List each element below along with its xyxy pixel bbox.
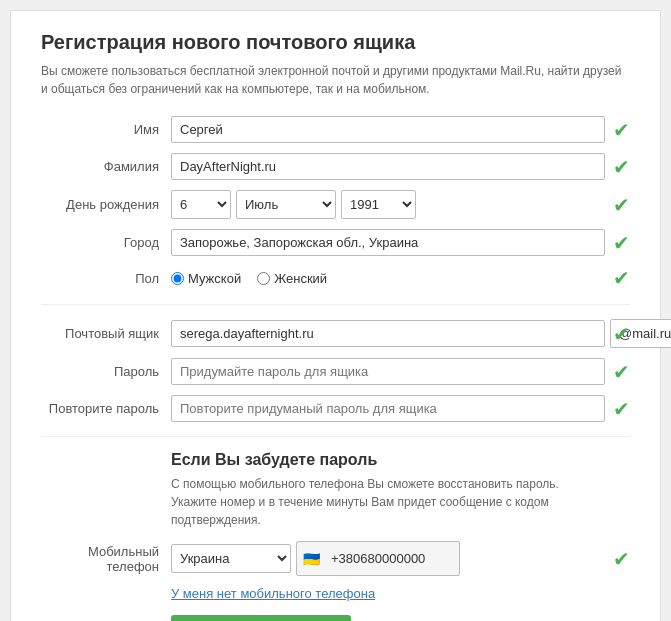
- city-label: Город: [41, 235, 171, 250]
- city-input[interactable]: [171, 229, 605, 256]
- dob-row: День рождения 6 Июль 1991 ✔: [41, 190, 630, 219]
- gender-male-radio[interactable]: [171, 272, 184, 285]
- phone-control: Украина Россия Беларусь Казахстан 🇺🇦: [171, 541, 605, 576]
- no-phone-link[interactable]: У меня нет мобильного телефона: [171, 586, 630, 601]
- confirm-password-check-icon: ✔: [613, 397, 630, 421]
- gender-label: Пол: [41, 271, 171, 286]
- gender-radio-group: Мужской Женский: [171, 271, 327, 286]
- last-name-label: Фамилия: [41, 159, 171, 174]
- divider-1: [41, 304, 630, 305]
- dob-check-icon: ✔: [613, 193, 630, 217]
- page-subtitle: Вы сможете пользоваться бесплатной элект…: [41, 62, 630, 98]
- password-control: [171, 358, 605, 385]
- last-name-control: [171, 153, 605, 180]
- confirm-password-control: [171, 395, 605, 422]
- phone-check-icon: ✔: [613, 547, 630, 571]
- confirm-password-label: Повторите пароль: [41, 401, 171, 416]
- page-title: Регистрация нового почтового ящика: [41, 31, 630, 54]
- password-recovery-section: Если Вы забудете пароль С помощью мобиль…: [171, 451, 630, 529]
- city-row: Город ✔: [41, 229, 630, 256]
- phone-input[interactable]: [323, 546, 453, 571]
- gender-female-radio[interactable]: [257, 272, 270, 285]
- email-control: @mail.ru @inbox.ru @list.ru @bk.ru: [171, 319, 605, 348]
- gender-row: Пол Мужской Женский ✔: [41, 266, 630, 290]
- gender-male-text: Мужской: [188, 271, 241, 286]
- last-name-row: Фамилия ✔: [41, 153, 630, 180]
- dob-day-select[interactable]: 6: [171, 190, 231, 219]
- city-control: [171, 229, 605, 256]
- recovery-title: Если Вы забудете пароль: [171, 451, 630, 469]
- divider-2: [41, 436, 630, 437]
- phone-country-select[interactable]: Украина Россия Беларусь Казахстан: [171, 544, 291, 573]
- first-name-input[interactable]: [171, 116, 605, 143]
- dob-year-select[interactable]: 1991: [341, 190, 416, 219]
- confirm-password-row: Повторите пароль ✔: [41, 395, 630, 422]
- phone-flag-container: 🇺🇦: [296, 541, 460, 576]
- password-label: Пароль: [41, 364, 171, 379]
- first-name-row: Имя ✔: [41, 116, 630, 143]
- gender-female-text: Женский: [274, 271, 327, 286]
- dob-month-select[interactable]: Июль: [236, 190, 336, 219]
- password-row: Пароль ✔: [41, 358, 630, 385]
- email-label: Почтовый ящик: [41, 326, 171, 341]
- first-name-label: Имя: [41, 122, 171, 137]
- first-name-check-icon: ✔: [613, 118, 630, 142]
- recovery-desc: С помощью мобильного телефона Вы сможете…: [171, 475, 630, 529]
- dob-control: 6 Июль 1991: [171, 190, 605, 219]
- city-check-icon: ✔: [613, 231, 630, 255]
- first-name-control: [171, 116, 605, 143]
- gender-check-icon: ✔: [613, 266, 630, 290]
- gender-male-label[interactable]: Мужской: [171, 271, 241, 286]
- email-row: Почтовый ящик @mail.ru @inbox.ru @list.r…: [41, 319, 630, 348]
- password-input[interactable]: [171, 358, 605, 385]
- gender-female-label[interactable]: Женский: [257, 271, 327, 286]
- last-name-input[interactable]: [171, 153, 605, 180]
- password-check-icon: ✔: [613, 360, 630, 384]
- confirm-password-input[interactable]: [171, 395, 605, 422]
- email-input[interactable]: [171, 320, 605, 347]
- register-button[interactable]: Зарегистрироваться: [171, 615, 351, 621]
- phone-row: Мобильный телефон Украина Россия Беларус…: [41, 541, 630, 576]
- email-check-icon: ✔: [613, 322, 630, 346]
- gender-control: Мужской Женский: [171, 271, 605, 286]
- phone-label: Мобильный телефон: [41, 544, 171, 574]
- registration-form: Регистрация нового почтового ящика Вы см…: [10, 10, 661, 621]
- phone-flag-icon: 🇺🇦: [303, 551, 320, 567]
- dob-label: День рождения: [41, 197, 171, 212]
- last-name-check-icon: ✔: [613, 155, 630, 179]
